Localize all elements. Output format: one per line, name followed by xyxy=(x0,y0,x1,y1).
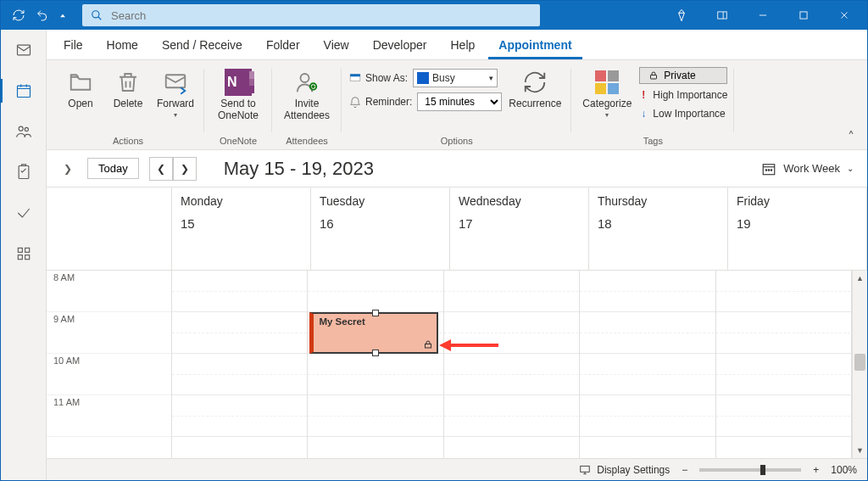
menu-home[interactable]: Home xyxy=(97,33,148,59)
calendar-grid: 8 AM 9 AM 10 AM 11 AM Monday15 Tuesday16… xyxy=(47,187,867,458)
svg-point-19 xyxy=(766,169,768,171)
minimize-button[interactable] xyxy=(743,1,782,30)
calendar-event[interactable]: My Secret xyxy=(309,312,437,354)
group-label-options: Options xyxy=(441,134,473,148)
svg-rect-12 xyxy=(166,75,186,87)
group-label-onenote: OneNote xyxy=(220,134,257,148)
open-button[interactable]: Open xyxy=(58,65,103,113)
nav-calendar[interactable] xyxy=(10,79,37,103)
nav-tasks[interactable] xyxy=(10,160,37,184)
hour-label: 8 AM xyxy=(47,271,171,312)
svg-rect-23 xyxy=(581,466,590,472)
scroll-thumb[interactable] xyxy=(854,354,865,371)
menu-developer[interactable]: Developer xyxy=(363,33,437,59)
annotation-arrow xyxy=(439,337,498,354)
high-importance-button[interactable]: !High Importance xyxy=(639,87,727,103)
close-button[interactable] xyxy=(825,1,864,30)
svg-point-0 xyxy=(92,11,99,18)
recurrence-button[interactable]: Recurrence xyxy=(505,65,565,113)
hour-label: 9 AM xyxy=(47,312,171,354)
open-label: Open xyxy=(68,98,92,109)
search-box[interactable] xyxy=(82,4,540,26)
private-button[interactable]: Private xyxy=(639,67,727,84)
time-column: 8 AM 9 AM 10 AM 11 AM xyxy=(47,187,172,458)
chevron-down-icon: ▾ xyxy=(605,111,609,120)
maximize-button[interactable] xyxy=(784,1,823,30)
premium-icon[interactable] xyxy=(662,1,701,30)
low-importance-button[interactable]: ↓Low Importance xyxy=(639,106,727,121)
prev-week-button[interactable]: ❮ xyxy=(149,157,173,181)
undo-icon[interactable] xyxy=(33,6,52,25)
send-to-onenote-button[interactable]: Send to OneNote xyxy=(211,65,265,126)
resize-handle-top[interactable] xyxy=(372,310,379,316)
view-switch[interactable]: Work Week ⌄ xyxy=(761,161,854,176)
low-importance-icon: ↓ xyxy=(639,108,648,120)
invite-attendees-icon xyxy=(293,69,320,96)
day-header[interactable]: Monday15 xyxy=(172,187,311,271)
ribbon-group-attendees: Invite Attendees Attendees xyxy=(272,62,342,149)
zoom-out-button[interactable]: − xyxy=(682,464,687,476)
collapse-ribbon-button[interactable]: ˄ xyxy=(843,129,859,144)
ribbon-mode-icon[interactable] xyxy=(703,1,742,30)
day-column-thu[interactable] xyxy=(580,271,715,458)
sync-icon[interactable] xyxy=(9,6,28,25)
menu-file[interactable]: File xyxy=(53,33,93,59)
menu-view[interactable]: View xyxy=(314,33,359,59)
today-button[interactable]: Today xyxy=(87,158,139,179)
forward-label: Forward xyxy=(157,98,194,109)
show-as-label: Show As: xyxy=(365,72,408,84)
delete-label: Delete xyxy=(114,98,143,109)
invite-attendees-button[interactable]: Invite Attendees xyxy=(279,65,335,126)
display-settings-button[interactable]: Display Settings xyxy=(578,464,670,476)
svg-point-21 xyxy=(771,169,773,171)
day-header[interactable]: Thursday18 xyxy=(589,187,728,271)
search-input[interactable] xyxy=(111,9,531,22)
expand-folder-pane-button[interactable]: ❯ xyxy=(58,159,77,178)
day-column-tue[interactable]: My Secret xyxy=(308,271,443,458)
menu-help[interactable]: Help xyxy=(440,33,485,59)
monitor-icon xyxy=(578,464,592,476)
onenote-label: Send to OneNote xyxy=(213,98,264,122)
day-column-fri[interactable] xyxy=(716,271,852,458)
qat-customize-icon[interactable] xyxy=(57,6,69,25)
day-header[interactable]: Tuesday16 xyxy=(311,187,450,271)
svg-rect-3 xyxy=(17,45,30,55)
categorize-label: Categorize xyxy=(582,98,632,109)
scroll-up-button[interactable]: ▲ xyxy=(853,271,867,286)
svg-rect-2 xyxy=(800,12,807,19)
zoom-slider[interactable] xyxy=(699,468,801,472)
ribbon-group-options: Show As: Busy▾ Reminder: 15 minutes Recu… xyxy=(342,62,571,149)
day-header[interactable]: Friday19 xyxy=(728,187,867,271)
reminder-combo[interactable]: 15 minutes xyxy=(417,92,502,111)
lock-icon xyxy=(423,339,433,350)
categorize-button[interactable]: Categorize ▾ xyxy=(578,65,636,123)
reminder-icon xyxy=(348,95,362,109)
nav-people[interactable] xyxy=(10,120,37,143)
next-week-button[interactable]: ❯ xyxy=(173,157,197,181)
svg-rect-22 xyxy=(425,344,431,349)
nav-more-apps[interactable] xyxy=(10,242,37,266)
menu-appointment[interactable]: Appointment xyxy=(488,33,581,59)
scroll-down-button[interactable]: ▼ xyxy=(853,443,867,458)
show-as-combo[interactable]: Busy▾ xyxy=(413,69,498,87)
recurrence-icon xyxy=(521,69,548,96)
nav-rail xyxy=(1,30,47,480)
group-label-actions: Actions xyxy=(113,134,143,148)
chevron-down-icon: ⌄ xyxy=(847,164,854,173)
svg-point-20 xyxy=(769,169,771,171)
nav-mail[interactable] xyxy=(10,38,37,62)
delete-button[interactable]: Delete xyxy=(106,65,150,113)
svg-rect-1 xyxy=(718,12,727,19)
menu-send-receive[interactable]: Send / Receive xyxy=(152,33,253,59)
zoom-in-button[interactable]: + xyxy=(813,464,819,476)
vertical-scrollbar[interactable]: ▲ ▼ xyxy=(852,271,867,458)
svg-rect-11 xyxy=(25,255,29,260)
menu-folder[interactable]: Folder xyxy=(256,33,310,59)
resize-handle-bottom[interactable] xyxy=(372,350,379,356)
nav-todo[interactable] xyxy=(10,201,37,225)
day-column-wed[interactable] xyxy=(444,271,580,458)
day-column-mon[interactable] xyxy=(172,271,308,458)
menubar: File Home Send / Receive Folder View Dev… xyxy=(47,30,867,60)
day-header[interactable]: Wednesday17 xyxy=(450,187,589,271)
forward-button[interactable]: Forward ▾ xyxy=(153,65,198,123)
